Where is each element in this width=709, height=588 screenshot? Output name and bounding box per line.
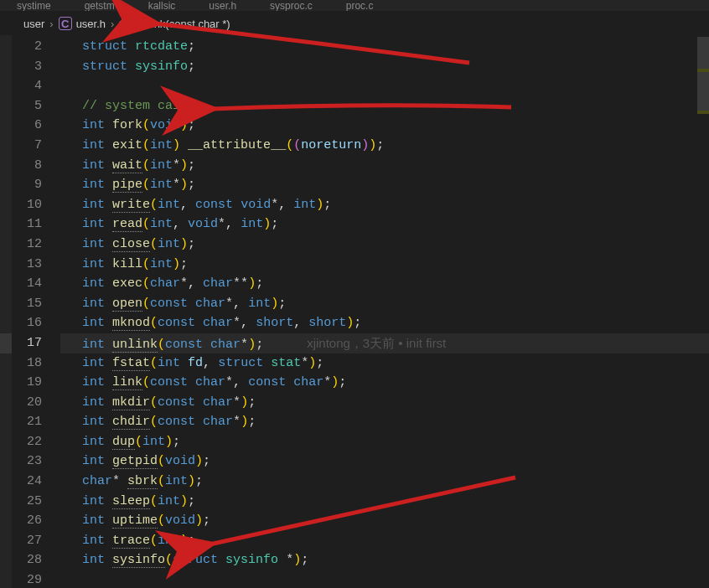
code-line[interactable]: int uptime(void); [60,511,709,531]
code-line[interactable]: int fstat(int fd, struct stat*); [60,353,709,374]
code-line[interactable]: int exec(char*, char**); [60,274,709,294]
token-paren: ) [188,474,195,488]
code-line[interactable]: int exit(int) __attribute__((noreturn)); [60,136,709,156]
token-type: int [82,158,105,173]
token-comment: // system calls [82,99,195,113]
token-paren: ) [248,276,256,291]
token-paren: ) [346,316,354,330]
token-type: int [82,178,105,192]
vertical-scrollbar[interactable] [697,35,709,588]
token-paren: ) [180,158,188,173]
token-paren: ( [142,297,150,311]
token-type: int [150,217,173,231]
token-punct: ; [248,395,256,410]
token-type: char [195,297,225,311]
token-paren: ( [165,553,173,567]
token-type: int [82,276,105,291]
code-line[interactable] [60,76,709,96]
token-paren: ( [150,534,158,548]
token-punct: ; [203,454,210,468]
code-line[interactable]: int dup(int); [60,432,709,452]
scrollbar-thumb[interactable] [697,37,709,112]
code-line[interactable]: int unlink(const char*);xjintong，3天前 • i… [60,333,709,353]
code-line[interactable]: int sleep(int); [60,492,709,512]
token-type: int [150,257,173,271]
token-punct: ; [188,534,195,548]
token-punct: ** [233,276,248,291]
code-area[interactable]: struct rtcdate;struct sysinfo;// system … [60,35,709,588]
token-punct: ; [323,198,331,212]
code-line[interactable]: char* sbrk(int); [60,472,709,492]
token-punct: *, [271,198,293,212]
tab-item[interactable]: proc.c [329,0,391,11]
code-line[interactable]: int write(int, const void*, int); [60,195,709,215]
token-paren: ) [293,553,301,567]
code-line[interactable]: int pipe(int*); [60,175,709,195]
token-type: int [82,257,105,271]
token-punct: ; [316,356,323,370]
overview-marker [697,111,709,114]
code-line[interactable]: int getpid(void); [60,451,709,472]
token-fn-u: wait [112,158,142,173]
code-line[interactable]: int read(int, void*, int); [60,214,709,235]
token-fn: exec [112,276,142,291]
code-line[interactable]: int open(const char*, int); [60,294,709,314]
token-type: char [210,338,241,352]
token-struct: rtcdate [135,39,188,54]
code-line[interactable]: int trace(int); [60,531,709,551]
token-type: int [82,198,105,212]
breadcrumb-folder[interactable]: user [23,18,44,30]
token-paren: ( [158,513,165,528]
tab-item[interactable]: getstm [68,0,132,11]
code-line[interactable]: int sysinfo(struct sysinfo *); [60,550,709,570]
token-type: int [150,178,173,192]
code-line[interactable]: int link(const char*, const char*); [60,373,709,393]
code-line[interactable]: struct sysinfo; [60,57,709,77]
token-paren: ) [180,494,188,508]
code-line[interactable]: int kill(int); [60,255,709,275]
breadcrumb-file[interactable]: C user.h [59,17,106,30]
code-line[interactable]: int chdir(const char*); [60,412,709,432]
token-fn-u: mknod [112,316,150,331]
code-line[interactable]: int mknod(const char*, short, short); [60,313,709,333]
code-line[interactable]: int close(int); [60,235,709,255]
breadcrumb[interactable]: user › C user.h › unlink(const char *) [0,12,709,35]
token-punct: *, [218,217,241,231]
code-line[interactable]: // system calls [60,96,709,116]
token-punct: ; [354,316,361,330]
token-type: int [82,118,105,132]
token-type: int [293,198,316,212]
tab-item[interactable]: systime [0,0,68,11]
token-paren: ) [241,395,248,410]
token-punct: ; [256,276,263,291]
token-type: int [82,316,105,330]
tab-item[interactable]: kallsic [132,0,193,11]
code-line[interactable]: int mkdir(const char*); [60,393,709,413]
token-struct: sysinfo [225,553,278,567]
token-kw: const [195,198,233,212]
token-fn-u: read [112,217,142,232]
token-fn-u: dup [112,435,135,450]
token-punct: * [323,375,331,389]
token-type: int [82,415,105,429]
token-fn-u: sleep [112,494,150,509]
token-punct: ; [203,513,210,528]
code-line[interactable]: struct rtcdate; [60,37,709,57]
tab-item[interactable]: sysproc.c [253,0,329,11]
token-type: int [82,395,105,410]
code-editor[interactable]: 2345678910111213141516171819202122232425… [0,35,709,588]
code-line[interactable]: int wait(int*); [60,156,709,176]
code-line[interactable]: int fork(void); [60,116,709,136]
token-type: int [82,534,105,548]
token-paren1: ) [361,138,369,152]
breadcrumb-symbol[interactable]: unlink(const char *) [119,17,230,30]
code-line[interactable] [60,570,709,588]
token-type: char [203,316,233,330]
token-fn-u: trace [112,534,150,549]
token-fn-u: mkdir [112,395,150,410]
token-punct: ; [195,474,203,488]
token-punct: ; [188,39,195,54]
git-blame-annotation: xjintong，3天前 • init first [263,336,446,350]
token-paren: ( [150,395,158,410]
tab-item[interactable]: user.h [192,0,253,11]
